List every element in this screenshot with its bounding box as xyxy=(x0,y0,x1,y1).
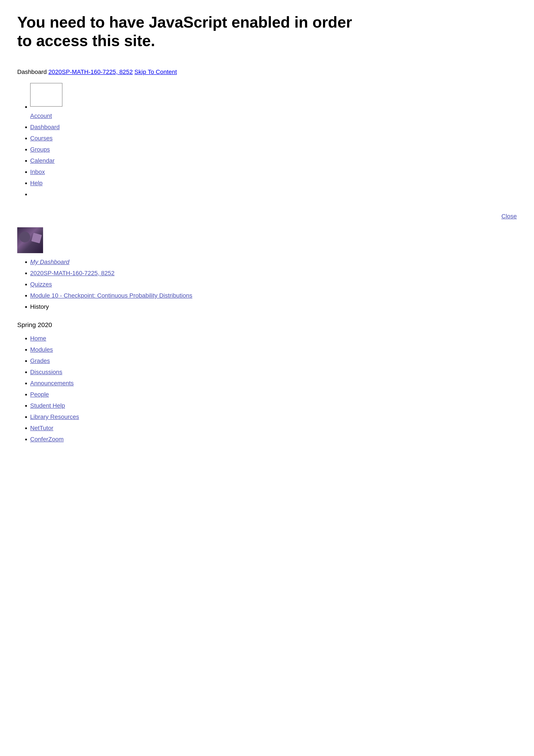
course-nav-link-grades[interactable]: Grades xyxy=(30,358,50,364)
nav-item-help[interactable]: Help xyxy=(30,178,517,188)
course-nav-item-grades[interactable]: Grades xyxy=(30,356,517,365)
course-nav-item-library-resources[interactable]: Library Resources xyxy=(30,412,517,421)
nav-item-empty xyxy=(30,190,517,199)
course-nav-item-people[interactable]: People xyxy=(30,390,517,399)
breadcrumb-skip-link[interactable]: Skip To Content xyxy=(134,68,177,75)
course-nav-link-nettutor[interactable]: NetTutor xyxy=(30,425,53,431)
course-nav-item-discussions[interactable]: Discussions xyxy=(30,367,517,377)
breadcrumb-link-course[interactable]: 2020SP-MATH-160-7225, 8252 xyxy=(30,270,114,276)
course-nav-item-modules[interactable]: Modules xyxy=(30,345,517,354)
semester-label: Spring 2020 xyxy=(17,320,517,330)
breadcrumb-text-history: History xyxy=(30,303,49,310)
nav-item-avatar[interactable]: Account xyxy=(30,83,517,121)
breadcrumb-dashboard-text: Dashboard xyxy=(17,68,47,75)
main-heading: You need to have JavaScript enabled in o… xyxy=(17,13,362,50)
nav-link-inbox[interactable]: Inbox xyxy=(30,169,45,175)
breadcrumb-link-dashboard[interactable]: My Dashboard xyxy=(30,258,69,265)
breadcrumb-link-module[interactable]: Module 10 - Checkpoint: Continuous Proba… xyxy=(30,292,192,299)
breadcrumb: Dashboard 2020SP-MATH-160-7225, 8252 Ski… xyxy=(17,68,517,76)
breadcrumb-item-module[interactable]: Module 10 - Checkpoint: Continuous Proba… xyxy=(30,291,517,300)
breadcrumb-item-dashboard[interactable]: My Dashboard xyxy=(30,257,517,266)
breadcrumb-item-course[interactable]: 2020SP-MATH-160-7225, 8252 xyxy=(30,269,517,278)
breadcrumb-course-link[interactable]: 2020SP-MATH-160-7225, 8252 xyxy=(48,68,133,75)
nav-link-groups[interactable]: Groups xyxy=(30,146,50,153)
course-nav-link-announcements[interactable]: Announcements xyxy=(30,380,74,387)
global-nav: Account Dashboard Courses Groups Calenda… xyxy=(17,83,517,199)
course-nav-link-home[interactable]: Home xyxy=(30,335,46,342)
nav-item-groups[interactable]: Groups xyxy=(30,145,517,154)
close-row: Close xyxy=(17,212,517,221)
breadcrumb-link-quizzes[interactable]: Quizzes xyxy=(30,281,52,288)
breadcrumb-item-quizzes[interactable]: Quizzes xyxy=(30,280,517,289)
nav-link-dashboard[interactable]: Dashboard xyxy=(30,124,60,130)
close-button[interactable]: Close xyxy=(501,212,517,221)
course-nav-link-conferzoom[interactable]: ConferZoom xyxy=(30,436,64,443)
course-nav-list: Home Modules Grades Discussions Announce… xyxy=(17,334,517,444)
course-nav-link-modules[interactable]: Modules xyxy=(30,346,53,353)
breadcrumb-item-history: History xyxy=(30,302,517,311)
nav-link-help[interactable]: Help xyxy=(30,180,43,186)
breadcrumbs-list: My Dashboard 2020SP-MATH-160-7225, 8252 … xyxy=(17,257,517,311)
nav-link-account[interactable]: Account xyxy=(30,113,52,119)
avatar-image xyxy=(17,227,43,253)
nav-item-calendar[interactable]: Calendar xyxy=(30,156,517,165)
avatar-placeholder xyxy=(30,83,63,107)
course-nav-item-nettutor[interactable]: NetTutor xyxy=(30,423,517,433)
nav-item-inbox[interactable]: Inbox xyxy=(30,167,517,176)
course-nav-link-library-resources[interactable]: Library Resources xyxy=(30,414,79,420)
course-nav-item-student-help[interactable]: Student Help xyxy=(30,401,517,410)
nav-link-calendar[interactable]: Calendar xyxy=(30,157,55,164)
course-nav-link-discussions[interactable]: Discussions xyxy=(30,369,62,375)
course-nav-item-conferzoom[interactable]: ConferZoom xyxy=(30,435,517,444)
nav-link-courses[interactable]: Courses xyxy=(30,135,53,142)
profile-avatar xyxy=(17,227,43,253)
course-nav-link-people[interactable]: People xyxy=(30,391,49,398)
nav-item-dashboard[interactable]: Dashboard xyxy=(30,122,517,132)
course-nav-link-student-help[interactable]: Student Help xyxy=(30,402,65,409)
nav-item-courses[interactable]: Courses xyxy=(30,134,517,143)
course-nav-item-home[interactable]: Home xyxy=(30,334,517,343)
course-nav-item-announcements[interactable]: Announcements xyxy=(30,379,517,388)
